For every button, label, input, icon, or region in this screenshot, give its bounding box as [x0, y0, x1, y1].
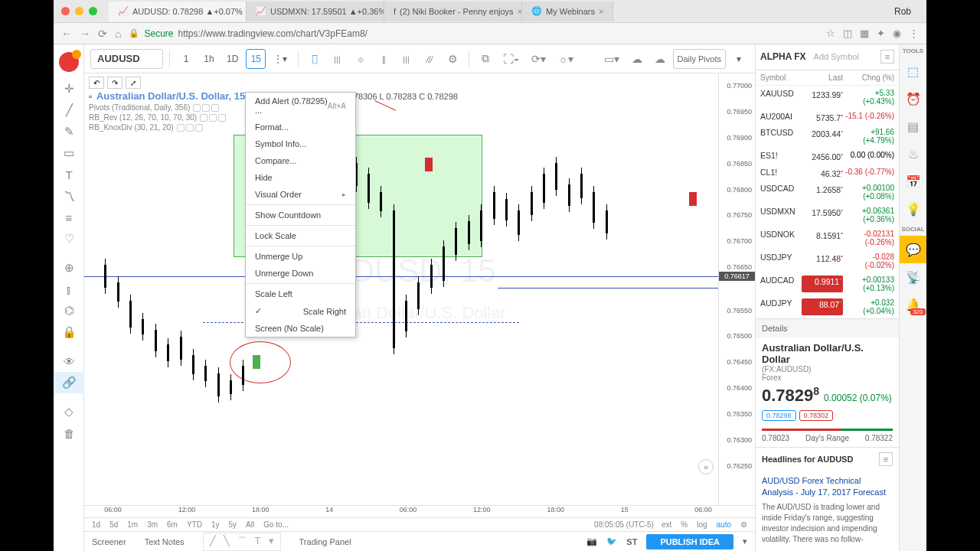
price-axis[interactable]: 0.77000 0.76950 0.76900 0.76850 0.76800 …	[718, 73, 755, 505]
expand-icon[interactable]: ⤢	[126, 77, 141, 89]
theme-icon[interactable]: ☼▾	[554, 49, 578, 69]
lock-tool-icon[interactable]: 🔒	[54, 321, 84, 343]
chat-icon[interactable]: 💬	[900, 236, 927, 263]
extension-icon[interactable]: ◫	[843, 28, 852, 39]
indicators-icon[interactable]: ⫿	[374, 49, 394, 69]
undo-icon[interactable]: ↶	[89, 77, 104, 89]
calendar-icon[interactable]: ♨	[900, 140, 927, 168]
alert-icon[interactable]: ⚙	[443, 49, 462, 69]
pattern-tool-icon[interactable]: 〽	[54, 185, 84, 207]
log-toggle[interactable]: log	[695, 520, 708, 529]
watchlist-row[interactable]: AUDJPY88.07•+0.032 (+0.04%)	[756, 295, 899, 318]
headlines-header[interactable]: Headlines for AUDUSD ≡	[756, 447, 899, 471]
tf-ytd[interactable]: YTD	[185, 520, 204, 529]
tf-all[interactable]: All	[244, 520, 256, 529]
settings-icon[interactable]: ⚙	[739, 520, 749, 529]
chevron-down-icon[interactable]: ▾	[729, 49, 749, 69]
watchlist-row[interactable]: USDMXN17.5950•+0.06361 (+0.36%)	[756, 204, 899, 227]
watchlist-row[interactable]: AUDCAD0.9911•+0.00133 (+0.13%)	[756, 272, 899, 295]
ctx-show-countdown[interactable]: Show Countdown	[246, 207, 355, 223]
watchlist-row[interactable]: AU200AI5735.7•-15.1 (-0.26%)	[756, 109, 899, 126]
drop-icon[interactable]: ▾	[269, 535, 274, 549]
forecast-tool-icon[interactable]: ≡	[54, 207, 84, 228]
trading-panel-tab[interactable]: Trading Panel	[299, 537, 351, 546]
back-icon[interactable]: ←	[61, 28, 72, 40]
ctx-scale-right[interactable]: Scale Right	[246, 302, 355, 320]
forward-icon[interactable]: →	[80, 28, 90, 40]
interval-dropdown-icon[interactable]: ⋮▾	[269, 49, 292, 69]
ctx-compare[interactable]: Compare...	[246, 152, 355, 169]
home-icon[interactable]: ⌂	[115, 28, 121, 40]
watchlist-row[interactable]: CL1!46.32•-0.36 (-0.77%)	[756, 165, 899, 181]
watchlist-row[interactable]: ES1!2456.00•0.00 (0.00%)	[756, 148, 899, 165]
chevron-down-icon[interactable]: ▾	[743, 536, 747, 546]
minimize-window-icon[interactable]	[75, 7, 83, 15]
ideas-icon[interactable]: 💡	[900, 195, 927, 223]
tf-1m[interactable]: 1m	[126, 520, 139, 529]
stocktwits-icon[interactable]: ST	[626, 537, 637, 546]
browser-profile[interactable]: Rob	[894, 6, 911, 17]
financials-icon[interactable]: ⫼	[397, 49, 416, 69]
ctx-visual-order[interactable]: Visual Order▸	[246, 186, 355, 203]
measure-tool-icon[interactable]: ⫿	[54, 279, 84, 300]
time-axis[interactable]: 06:00 12:00 18:00 14 06:00 12:00 18:00 1…	[84, 505, 755, 517]
watchlist-row[interactable]: BTCUSD2003.44•+91.66 (+4.79%)	[756, 125, 899, 148]
line-icon[interactable]: ╲	[224, 535, 230, 549]
camera-icon[interactable]: 📷	[586, 536, 597, 546]
ctx-lock-scale[interactable]: Lock Scale	[246, 227, 355, 244]
tf-1y[interactable]: 1y	[210, 520, 221, 529]
tf-5y[interactable]: 5y	[227, 520, 239, 529]
twitter-icon[interactable]: 🐦	[606, 536, 617, 546]
tab-close-icon[interactable]: ×	[599, 7, 603, 16]
watchlist-tab[interactable]: ALPHA FX	[760, 51, 806, 62]
reload-icon[interactable]: ⟳	[98, 28, 107, 40]
headlines-menu-icon[interactable]: ≡	[879, 452, 893, 466]
details-header[interactable]: Details	[756, 318, 899, 337]
ctx-scale-left[interactable]: Scale Left	[246, 285, 355, 302]
arc-icon[interactable]: ⌒	[237, 535, 247, 549]
cloud-save-icon[interactable]: ☁	[627, 49, 647, 69]
line-icon[interactable]: ╱	[210, 535, 216, 549]
trendline-tool-icon[interactable]: ╱	[54, 99, 84, 121]
ctx-symbol-info[interactable]: Symbol Info...	[246, 135, 355, 152]
collapse-icon[interactable]: ▫	[89, 92, 92, 101]
auto-toggle[interactable]: auto	[715, 520, 733, 529]
tf-goto[interactable]: Go to...	[262, 520, 290, 529]
text-tool-icon[interactable]: T	[54, 164, 84, 185]
cursor-tool-icon[interactable]: ✛	[54, 78, 84, 99]
color-picker-icon[interactable]: ▭▾	[599, 49, 624, 69]
candles-icon[interactable]: ⌷	[305, 49, 325, 69]
ctx-add-alert[interactable]: Add Alert (0.78295) ...Alt+A	[246, 93, 355, 119]
ctx-screen-no-scale[interactable]: Screen (No Scale)	[246, 320, 355, 337]
symbol-input[interactable]	[90, 49, 163, 69]
collapse-panel-icon[interactable]: »	[698, 459, 714, 474]
fullscreen-icon[interactable]: ⟳▾	[527, 49, 550, 69]
star-icon[interactable]: ☆	[826, 28, 835, 39]
cloud-load-icon[interactable]: ☁	[650, 49, 670, 69]
add-symbol-input[interactable]: Add Symbol	[809, 52, 877, 61]
user-avatar[interactable]	[59, 52, 79, 72]
ctx-unmerge-up[interactable]: Unmerge Up	[246, 248, 355, 265]
ext-toggle[interactable]: ext	[660, 520, 673, 529]
chart-settings-icon[interactable]: ⛶▾	[498, 49, 524, 69]
notifications-icon[interactable]: 🔔	[900, 291, 927, 318]
magnet-tool-icon[interactable]: ⌬	[54, 300, 84, 321]
watchlist-menu-icon[interactable]: ≡	[880, 50, 894, 64]
pct-toggle[interactable]: %	[679, 520, 689, 529]
interval-1d[interactable]: 1D	[222, 49, 243, 69]
address-field[interactable]: 🔒 Secure https://www.tradingview.com/cha…	[129, 28, 818, 39]
hotlist-icon[interactable]: ▤	[900, 112, 927, 140]
extension-icon[interactable]: ▦	[860, 28, 869, 39]
tf-6m[interactable]: 6m	[165, 520, 179, 529]
templates-icon[interactable]: ⫻	[420, 49, 439, 69]
maximize-window-icon[interactable]	[89, 7, 97, 15]
browser-tab[interactable]: 📈AUDUSD: 0.78298 ▲+0.07%×	[109, 2, 247, 21]
text-icon[interactable]: T	[255, 535, 261, 549]
zoom-tool-icon[interactable]: ⊕	[54, 257, 84, 279]
menu-icon[interactable]: ⋮	[909, 28, 919, 39]
link-tool-icon[interactable]: 🔗	[54, 372, 84, 393]
shapes-tool-icon[interactable]: ◇	[54, 401, 84, 422]
watchlist-row[interactable]: USDCAD1.2658•+0.00100 (+0.08%)	[756, 181, 899, 204]
browser-tab[interactable]: 📈USDMXN: 17.59501 ▲+0.36%×	[247, 2, 384, 21]
pitchfork-tool-icon[interactable]: ✎	[54, 121, 84, 142]
